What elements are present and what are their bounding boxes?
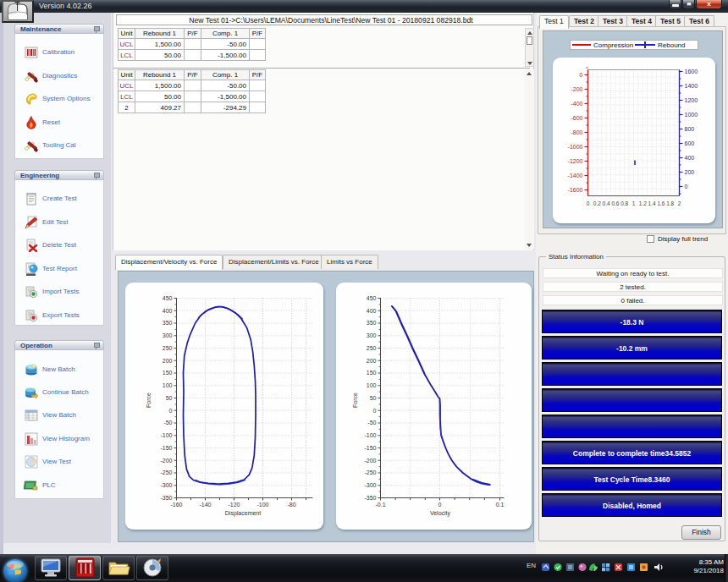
svg-text:-1600: -1600 xyxy=(568,187,583,193)
svg-text:-0.1: -0.1 xyxy=(375,502,385,508)
svg-text:1600: 1600 xyxy=(685,69,698,74)
svg-text:-200: -200 xyxy=(364,458,376,464)
svg-text:0: 0 xyxy=(587,200,590,206)
svg-text:150: 150 xyxy=(163,370,173,376)
svg-text:-350: -350 xyxy=(160,495,172,501)
svg-text:400: 400 xyxy=(367,308,377,314)
svg-text:0: 0 xyxy=(373,408,377,414)
svg-text:-200: -200 xyxy=(160,458,172,464)
svg-text:250: 250 xyxy=(367,345,377,351)
svg-text:250: 250 xyxy=(163,345,173,351)
svg-text:-1400: -1400 xyxy=(568,173,583,178)
svg-text:-250: -250 xyxy=(160,469,172,475)
svg-text:-350: -350 xyxy=(364,495,376,501)
svg-text:-100: -100 xyxy=(256,502,268,508)
svg-text:1200: 1200 xyxy=(685,97,698,103)
svg-text:-200: -200 xyxy=(571,86,582,92)
svg-text:-300: -300 xyxy=(160,482,172,488)
svg-text:-600: -600 xyxy=(571,115,582,121)
svg-text:-50: -50 xyxy=(163,420,172,426)
svg-text:0.8: 0.8 xyxy=(620,200,628,206)
svg-text:0: 0 xyxy=(438,502,442,508)
svg-text:Displacement: Displacement xyxy=(225,510,261,517)
svg-text:1: 1 xyxy=(632,200,636,206)
svg-text:-250: -250 xyxy=(364,469,376,475)
svg-text:400: 400 xyxy=(685,155,695,161)
svg-text:-1000: -1000 xyxy=(568,144,583,150)
svg-text:-300: -300 xyxy=(364,482,376,488)
svg-text:350: 350 xyxy=(163,320,173,326)
svg-text:-1200: -1200 xyxy=(568,158,583,164)
svg-text:Force: Force xyxy=(146,393,152,408)
svg-text:-150: -150 xyxy=(364,445,376,451)
svg-text:0: 0 xyxy=(685,184,688,189)
svg-text:-400: -400 xyxy=(571,101,582,107)
svg-text:1.4: 1.4 xyxy=(648,200,656,206)
svg-text:-80: -80 xyxy=(287,502,295,508)
svg-text:-140: -140 xyxy=(199,502,211,508)
svg-text:100: 100 xyxy=(163,382,173,388)
svg-text:1000: 1000 xyxy=(685,112,698,118)
svg-text:-800: -800 xyxy=(571,129,582,135)
svg-text:-160: -160 xyxy=(170,502,182,508)
svg-text:-50: -50 xyxy=(367,420,376,426)
svg-text:50: 50 xyxy=(166,395,173,401)
svg-text:0.6: 0.6 xyxy=(611,200,619,206)
svg-text:1.8: 1.8 xyxy=(666,200,674,206)
svg-text:-100: -100 xyxy=(364,432,376,438)
svg-text:100: 100 xyxy=(367,382,377,388)
svg-text:1400: 1400 xyxy=(685,83,698,89)
svg-text:50: 50 xyxy=(370,395,377,401)
svg-text:350: 350 xyxy=(367,320,377,326)
svg-text:1.6: 1.6 xyxy=(657,200,665,206)
svg-text:600: 600 xyxy=(685,140,695,146)
svg-text:800: 800 xyxy=(685,126,695,132)
svg-text:450: 450 xyxy=(367,295,377,301)
svg-text:2: 2 xyxy=(678,200,681,206)
svg-text:0: 0 xyxy=(580,72,583,78)
svg-text:450: 450 xyxy=(163,295,173,301)
svg-text:0.4: 0.4 xyxy=(603,200,610,206)
svg-text:200: 200 xyxy=(685,169,695,175)
svg-text:Velocity: Velocity xyxy=(430,510,451,517)
svg-text:200: 200 xyxy=(163,358,173,364)
svg-text:150: 150 xyxy=(367,370,377,376)
svg-text:300: 300 xyxy=(367,332,377,338)
svg-text:400: 400 xyxy=(163,308,173,314)
svg-text:-100: -100 xyxy=(160,432,172,438)
svg-text:200: 200 xyxy=(367,358,377,364)
svg-text:0: 0 xyxy=(169,408,173,414)
svg-text:Force: Force xyxy=(352,393,358,408)
svg-text:1.2: 1.2 xyxy=(639,200,647,206)
svg-text:-150: -150 xyxy=(160,445,172,451)
svg-text:-120: -120 xyxy=(228,502,240,508)
svg-text:300: 300 xyxy=(163,332,173,338)
svg-text:0.1: 0.1 xyxy=(496,502,505,508)
svg-text:0.2: 0.2 xyxy=(593,200,601,206)
